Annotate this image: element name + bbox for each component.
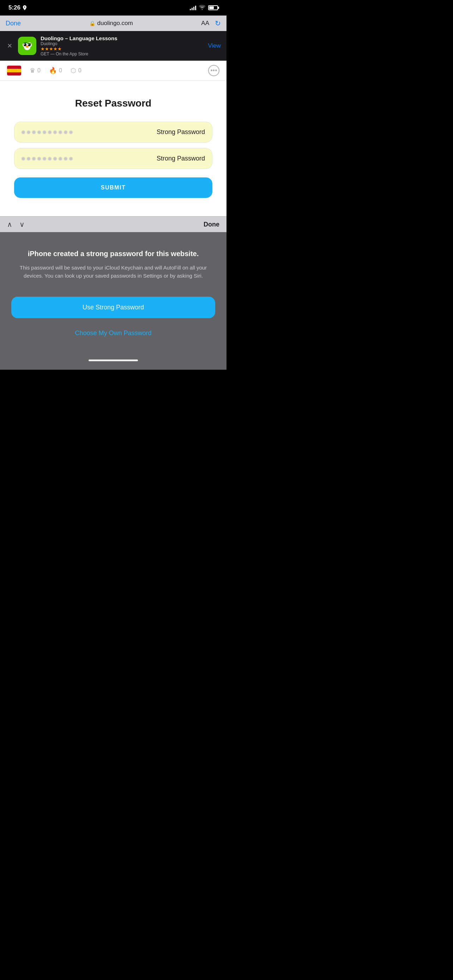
crown-icon: ♛ [30,67,35,75]
gems-nav-item: ⬡ 0 [71,67,81,75]
reset-password-title: Reset Password [14,98,212,109]
domain-label: duolingo.com [97,20,133,27]
language-flag[interactable] [7,65,21,75]
banner-close-button[interactable]: ✕ [6,41,14,51]
nav-items: ♛ 0 🔥 0 ⬡ 0 [30,67,81,75]
banner-get-label: GET — On the App Store [41,51,203,56]
more-menu-button[interactable]: ••• [208,65,219,76]
panel-headline: iPhone created a strong password for thi… [11,249,215,258]
banner-developer: Duolingo [41,41,203,46]
banner-app-title: Duolingo – Language Lessons [41,35,203,41]
status-time: 5:26 [8,4,27,11]
browser-bar: Done 🔒 duolingo.com AA ↻ [0,16,227,31]
password-dots-1 [22,130,154,134]
refresh-button[interactable]: ↻ [215,19,221,27]
signal-icon [190,5,196,10]
panel-subtext: This password will be saved to your iClo… [11,264,215,280]
web-content: ♛ 0 🔥 0 ⬡ 0 ••• Reset Password Strong Pa… [0,60,227,216]
streak-count: 0 [59,67,62,74]
site-nav: ♛ 0 🔥 0 ⬡ 0 ••• [0,60,227,81]
lock-icon: 🔒 [89,21,95,26]
svg-point-7 [24,44,25,45]
app-icon [18,37,37,55]
gems-count: 0 [78,67,81,74]
password-suggestion-label-1: Strong Password [157,129,205,136]
status-bar: 5:26 [0,0,227,16]
password-suggestion-panel: iPhone created a strong password for thi… [0,232,227,354]
field-navigation: ∧ ∨ [7,220,25,229]
next-field-button[interactable]: ∨ [19,220,25,229]
fire-icon: 🔥 [49,67,57,75]
password-field-1[interactable]: Strong Password [14,122,212,143]
time-label: 5:26 [8,4,21,11]
location-icon [22,5,27,10]
submit-button[interactable]: SUBMIT [14,177,212,198]
status-icons [190,5,218,11]
keyboard-toolbar: ∧ ∨ Done [0,216,227,232]
league-count: 0 [37,67,41,74]
app-store-banner: ✕ Duolingo – Language Lessons Duoli [0,31,227,60]
password-field-2[interactable]: Strong Password [14,148,212,169]
keyboard-done-button[interactable]: Done [203,221,219,228]
banner-view-button[interactable]: View [208,42,221,49]
home-indicator-area [0,354,227,370]
password-suggestion-label-2: Strong Password [157,155,205,162]
wifi-icon [199,5,205,11]
gem-icon: ⬡ [71,67,76,75]
browser-url: 🔒 duolingo.com [89,20,133,27]
text-size-button[interactable]: AA [201,20,209,27]
prev-field-button[interactable]: ∧ [7,220,12,229]
browser-actions: AA ↻ [201,19,221,27]
league-nav-item: ♛ 0 [30,67,41,75]
streak-nav-item: 🔥 0 [49,67,62,75]
home-indicator-bar [89,360,138,361]
use-strong-password-button[interactable]: Use Strong Password [11,297,215,318]
choose-own-password-button[interactable]: Choose My Own Password [72,327,154,340]
svg-point-9 [26,46,29,48]
battery-icon [208,5,218,10]
banner-info: Duolingo – Language Lessons Duolingo ★★★… [41,35,203,56]
banner-rating: ★★★★★ [41,46,203,51]
password-dots-2 [22,157,154,161]
reset-password-section: Reset Password Strong Password Strong Pa… [0,81,227,216]
browser-done-button[interactable]: Done [6,20,21,27]
